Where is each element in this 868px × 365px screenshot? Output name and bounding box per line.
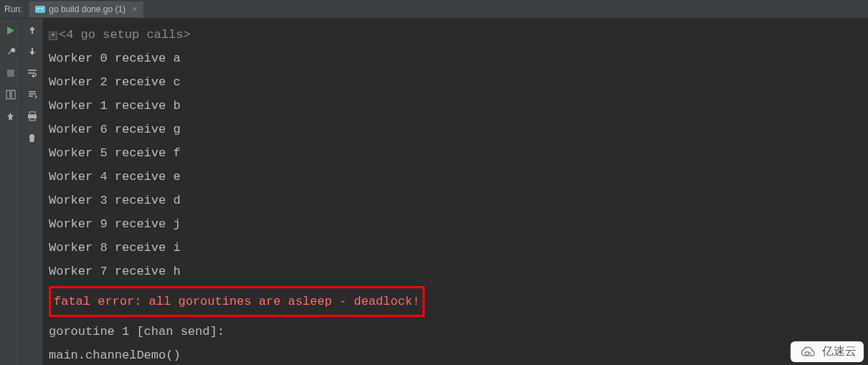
svg-rect-0 [35, 6, 45, 13]
output-line: Worker 0 receive a [46, 47, 865, 70]
svg-point-1 [38, 8, 39, 9]
svg-rect-4 [7, 70, 14, 77]
run-panel: Run: go build done.go (1) × [0, 0, 868, 365]
tab-title: go build done.go (1) [49, 4, 126, 14]
fold-expand-icon[interactable]: + [49, 32, 57, 40]
layout-icon[interactable] [5, 89, 16, 100]
svg-point-2 [42, 8, 43, 9]
trash-icon[interactable] [27, 132, 38, 143]
up-icon[interactable] [27, 24, 38, 36]
output-line: Worker 4 receive e [46, 165, 865, 189]
run-header: Run: go build done.go (1) × [0, 0, 868, 19]
output-line: Worker 6 receive g [46, 118, 865, 141]
watermark-badge: 亿速云 [791, 341, 864, 362]
svg-point-10 [806, 351, 809, 355]
watermark-text: 亿速云 [822, 344, 857, 359]
error-line: fatal error: all goroutines are asleep -… [54, 295, 420, 308]
run-body: +<4 go setup calls> Worker 0 receive a W… [0, 19, 868, 365]
primary-toolbar [0, 19, 22, 365]
wrench-icon[interactable] [5, 46, 16, 57]
rerun-button[interactable] [5, 24, 16, 36]
print-icon[interactable] [27, 110, 38, 122]
go-icon [35, 4, 45, 14]
close-icon[interactable]: × [132, 4, 138, 14]
secondary-toolbar [22, 19, 43, 365]
svg-marker-3 [7, 27, 14, 34]
output-line: Worker 8 receive i [46, 236, 865, 260]
output-line: Worker 5 receive f [46, 141, 865, 165]
output-line: Worker 9 receive j [46, 212, 865, 236]
down-icon[interactable] [27, 46, 38, 57]
error-container: fatal error: all goroutines are asleep -… [46, 283, 865, 320]
output-line: main.channelDemo() [46, 343, 865, 365]
run-label: Run: [4, 4, 22, 14]
svg-rect-7 [29, 112, 35, 115]
wrap-icon[interactable] [27, 67, 38, 79]
cloud-icon [798, 345, 818, 359]
stop-button[interactable] [5, 67, 16, 79]
output-line: Worker 7 receive h [46, 260, 865, 283]
output-line: Worker 2 receive c [46, 70, 865, 94]
setup-line: +<4 go setup calls> [46, 23, 865, 47]
run-tab[interactable]: go build done.go (1) × [29, 1, 143, 17]
pin-icon[interactable] [5, 110, 16, 122]
svg-rect-5 [6, 90, 10, 99]
output-line: Worker 1 receive b [46, 94, 865, 118]
scroll-icon[interactable] [27, 89, 38, 100]
output-line: Worker 3 receive d [46, 189, 865, 212]
console-output[interactable]: +<4 go setup calls> Worker 0 receive a W… [43, 19, 868, 365]
output-line: goroutine 1 [chan send]: [46, 320, 865, 343]
svg-rect-6 [11, 90, 15, 99]
